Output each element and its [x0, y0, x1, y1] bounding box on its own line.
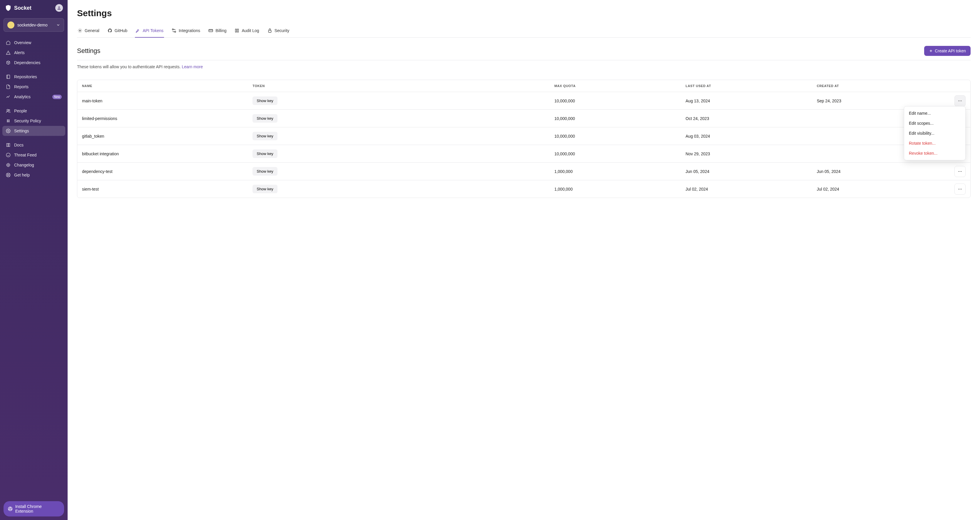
- svg-point-8: [8, 130, 9, 131]
- org-avatar: [7, 21, 14, 29]
- get-help-icon: [6, 173, 11, 177]
- tab-api-tokens[interactable]: API Tokens: [135, 25, 164, 38]
- sidebar-item-reports[interactable]: Reports: [2, 82, 65, 92]
- alerts-icon: [6, 50, 11, 55]
- sidebar-header: Socket: [0, 0, 68, 16]
- sidebar-item-settings[interactable]: Settings: [2, 126, 65, 136]
- sidebar-item-get-help[interactable]: Get help: [2, 170, 65, 180]
- tab-billing[interactable]: Billing: [208, 25, 227, 38]
- svg-point-36: [958, 188, 959, 189]
- token-created: Jul 02, 2024: [817, 187, 948, 191]
- show-key-button[interactable]: Show key: [253, 132, 277, 140]
- badge-new: New: [52, 95, 62, 99]
- sidebar-item-label: Alerts: [14, 50, 62, 55]
- learn-more-link[interactable]: Learn more: [181, 64, 203, 69]
- general-icon: [78, 28, 82, 33]
- row-actions-button[interactable]: [955, 166, 966, 177]
- reports-icon: [6, 85, 11, 89]
- tab-integrations[interactable]: Integrations: [171, 25, 201, 38]
- sidebar-item-label: People: [14, 108, 62, 113]
- sidebar-item-threat-feed[interactable]: Threat Feed: [2, 150, 65, 160]
- sidebar-item-analytics[interactable]: AnalyticsNew: [2, 92, 65, 102]
- table-row: main-token Show key 10,000,000 Aug 13, 2…: [77, 92, 970, 109]
- brand-logo[interactable]: Socket: [5, 5, 32, 11]
- row-actions-menu: Edit name...Edit scopes...Edit visibilit…: [904, 106, 966, 160]
- tab-general[interactable]: General: [77, 25, 100, 38]
- row-actions-button[interactable]: [955, 183, 966, 195]
- install-extension-label: Install Chrome Extension: [15, 504, 60, 514]
- api-tokens-icon: [135, 28, 140, 33]
- show-key-button[interactable]: Show key: [253, 114, 277, 123]
- svg-point-5: [8, 120, 10, 121]
- tab-label: Audit Log: [242, 28, 259, 33]
- sidebar-item-repositories[interactable]: Repositories: [2, 72, 65, 82]
- tab-audit-log[interactable]: Audit Log: [234, 25, 259, 38]
- token-last-used: Jun 05, 2024: [686, 169, 816, 174]
- token-quota: 10,000,000: [554, 134, 686, 139]
- sidebar-item-security-policy[interactable]: Security Policy: [2, 116, 65, 126]
- tab-label: General: [85, 28, 99, 33]
- table-row: dependency-test Show key 1,000,000 Jun 0…: [77, 162, 970, 180]
- table-row: bitbucket integration Show key 10,000,00…: [77, 145, 970, 162]
- svg-rect-1: [7, 75, 10, 78]
- column-header: Name: [82, 84, 253, 88]
- create-api-token-label: Create API token: [935, 48, 966, 53]
- tab-label: Integrations: [179, 28, 200, 33]
- show-key-button[interactable]: Show key: [253, 149, 277, 158]
- install-extension-button[interactable]: Install Chrome Extension: [3, 501, 64, 517]
- svg-point-7: [8, 121, 10, 122]
- svg-point-35: [961, 171, 962, 171]
- sidebar-item-changelog[interactable]: Changelog: [2, 160, 65, 170]
- token-quota: 10,000,000: [554, 116, 686, 121]
- token-last-used: Aug 03, 2024: [686, 134, 816, 139]
- sidebar-item-overview[interactable]: Overview: [2, 38, 65, 48]
- user-avatar[interactable]: [55, 4, 63, 12]
- menu-item[interactable]: Edit name...: [904, 108, 965, 118]
- svg-point-23: [961, 100, 962, 101]
- table-row: siem-test Show key 1,000,000 Jul 02, 202…: [77, 180, 970, 198]
- tokens-table: NameTokenMax QuotaLast Used AtCreated At…: [77, 80, 970, 198]
- docs-icon: [6, 143, 11, 147]
- menu-item[interactable]: Edit scopes...: [904, 118, 965, 128]
- overview-icon: [6, 40, 11, 45]
- people-icon: [6, 108, 11, 113]
- token-quota: 10,000,000: [554, 152, 686, 156]
- sidebar-item-label: Get help: [14, 173, 62, 177]
- changelog-icon: [6, 163, 11, 167]
- menu-item[interactable]: Revoke token...: [904, 148, 965, 158]
- chevron-down-icon: [56, 23, 60, 27]
- column-header: Created At: [817, 84, 948, 88]
- token-created: Sep 24, 2023: [817, 99, 948, 103]
- sidebar-item-alerts[interactable]: Alerts: [2, 48, 65, 57]
- token-last-used: Jul 02, 2024: [686, 187, 816, 191]
- sidebar-item-docs[interactable]: Docs: [2, 140, 65, 150]
- tab-github[interactable]: GitHub: [107, 25, 128, 38]
- column-header: Last Used At: [686, 84, 816, 88]
- svg-point-11: [7, 164, 10, 167]
- sidebar-item-label: Settings: [14, 129, 62, 133]
- show-key-button[interactable]: Show key: [253, 185, 277, 193]
- sidebar-item-label: Security Policy: [14, 118, 62, 123]
- shield-bolt-icon: [5, 5, 12, 11]
- org-selector[interactable]: socketdev-demo: [3, 18, 64, 32]
- dependencies-icon: [6, 60, 11, 65]
- svg-point-16: [80, 30, 81, 31]
- show-key-button[interactable]: Show key: [253, 96, 277, 105]
- svg-point-13: [7, 174, 9, 175]
- menu-item[interactable]: Rotate token...: [904, 138, 965, 148]
- svg-rect-19: [209, 29, 213, 32]
- sidebar-item-label: Repositories: [14, 74, 62, 79]
- user-icon: [57, 6, 61, 10]
- create-api-token-button[interactable]: Create API token: [924, 46, 970, 56]
- sidebar-item-label: Analytics: [14, 94, 49, 99]
- security-policy-icon: [6, 118, 11, 123]
- table-header: NameTokenMax QuotaLast Used AtCreated At: [77, 80, 970, 92]
- sidebar-item-dependencies[interactable]: Dependencies: [2, 57, 65, 68]
- show-key-button[interactable]: Show key: [253, 167, 277, 175]
- tab-security[interactable]: Security: [267, 25, 290, 38]
- token-name: limited-permissions: [82, 116, 253, 121]
- sidebar-item-people[interactable]: People: [2, 106, 65, 116]
- row-actions-button[interactable]: [955, 95, 966, 107]
- section-header: Settings Create API token: [77, 46, 970, 60]
- menu-item[interactable]: Edit visibility...: [904, 128, 965, 138]
